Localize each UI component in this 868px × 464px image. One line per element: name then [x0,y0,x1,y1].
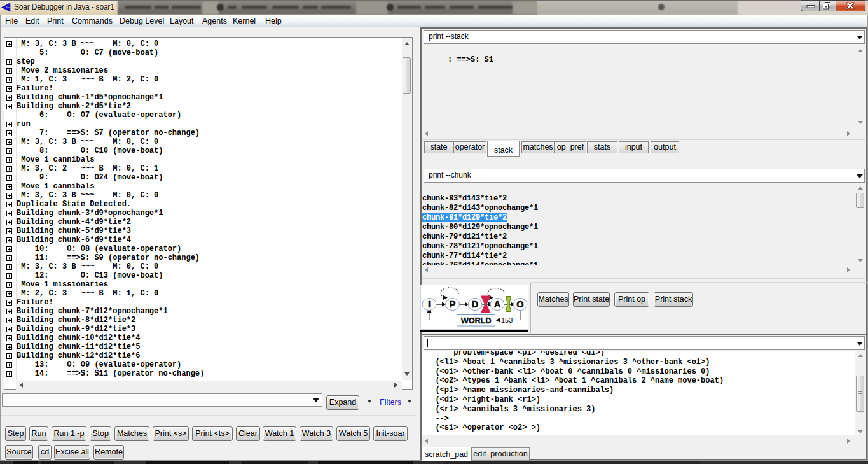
svg-text:Soar: Soar [6,6,10,9]
svg-text:A: A [494,299,501,309]
svg-text:P: P [450,299,456,309]
svg-text:I: I [428,299,431,309]
svg-text:D: D [472,299,478,309]
svg-text:153: 153 [501,316,513,324]
svg-text:O: O [516,299,523,309]
svg-text:WORLD: WORLD [461,316,492,325]
